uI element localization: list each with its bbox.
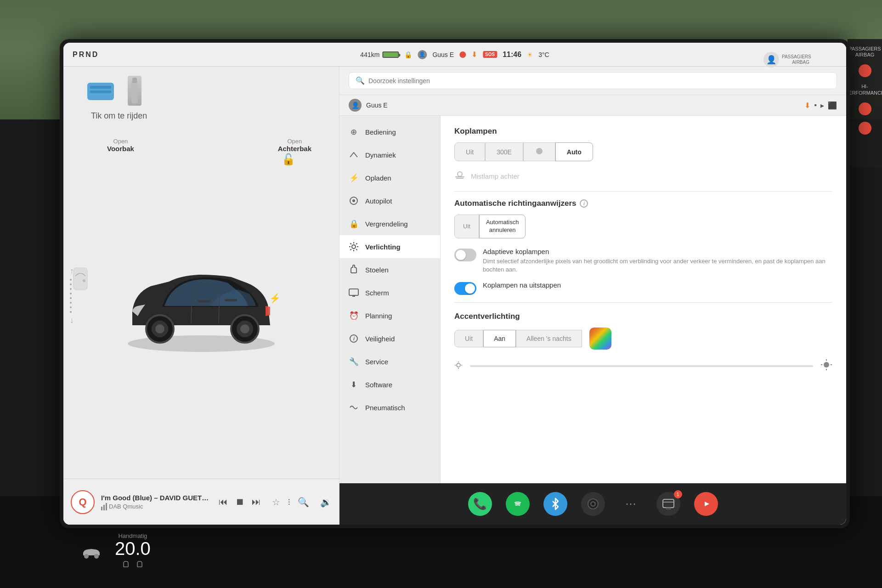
volume-icon[interactable]: 🔉	[320, 497, 332, 508]
bottom-info: Handmatig 20.0	[115, 532, 151, 570]
user-name-status: Guus E	[432, 51, 454, 58]
music-controls[interactable]: ⏮ ⏹ ⏭	[219, 497, 261, 507]
nav-item-pneumatisch[interactable]: Pneumatisch	[339, 396, 440, 419]
nav-item-scherm[interactable]: Scherm	[339, 281, 440, 304]
koplampen-uit[interactable]: Uit	[454, 142, 485, 161]
info-icon[interactable]: i	[580, 199, 588, 208]
koplampen-d[interactable]	[523, 142, 555, 161]
settings-main: Koplampen Uit 300E Auto	[441, 116, 846, 483]
opladen-label: Opladen	[365, 174, 391, 182]
accentverlichting-title: Accentverlichting	[454, 312, 832, 321]
svg-rect-5	[74, 268, 87, 290]
fog-icon	[454, 170, 465, 182]
red-button-2[interactable]	[859, 102, 871, 115]
nav-item-dynamiek[interactable]: Dynamiek	[339, 143, 440, 166]
accent-uit[interactable]: Uit	[454, 330, 483, 347]
more-icon[interactable]: ⋯	[619, 492, 643, 516]
koplampen-uitstappen-toggle[interactable]	[454, 282, 476, 295]
stoelen-label: Stoelen	[365, 266, 389, 274]
nav-item-veiligheid[interactable]: i Veiligheid	[339, 327, 440, 350]
nav-item-opladen[interactable]: ⚡ Opladen	[339, 166, 440, 189]
youtube-icon[interactable]	[694, 492, 718, 516]
red-button-3[interactable]	[859, 122, 871, 135]
svg-rect-17	[225, 299, 237, 301]
time-display: 11:46	[503, 51, 521, 59]
notification-badge: 1	[674, 490, 682, 498]
nav-item-software[interactable]: ⬇ Software	[339, 373, 440, 396]
signal-bar-3	[106, 503, 107, 510]
accent-aan[interactable]: Aan	[483, 330, 516, 347]
right-side-panel: PASSAGIERS AIRBAG HI-PERFORMANCE	[848, 39, 882, 168]
user-action-4[interactable]: ⬛	[828, 101, 837, 110]
koplampen-300e[interactable]: 300E	[485, 142, 523, 161]
pneumatisch-label: Pneumatisch	[365, 404, 405, 412]
phone-icon[interactable]: 📞	[468, 492, 492, 516]
nav-item-planning[interactable]: ⏰ Planning	[339, 304, 440, 327]
camera-icon[interactable]	[581, 492, 605, 516]
nav-item-autopilot[interactable]: Autopilot	[339, 189, 440, 212]
spray-icon[interactable]	[128, 76, 141, 106]
equalizer-icon[interactable]: ⫶	[287, 497, 291, 508]
settings-nav: ⊕ Bediening Dynamiek ⚡ Opladen	[339, 116, 441, 483]
nav-item-bediening[interactable]: ⊕ Bediening	[339, 120, 440, 143]
nav-item-verlichting[interactable]: Verlichting	[339, 235, 440, 258]
richtingaanwijzers-uit[interactable]: Uit	[454, 215, 479, 238]
color-swatch[interactable]	[589, 328, 611, 350]
accentverlichting-section: Accentverlichting Uit Aan Alleen 's nach…	[454, 312, 832, 350]
download-user-icon[interactable]: ⬇	[804, 101, 810, 110]
accent-nachts[interactable]: Alleen 's nachts	[516, 330, 582, 347]
bluetooth-icon[interactable]	[543, 492, 567, 516]
divider-2	[454, 302, 832, 303]
nav-item-stoelen[interactable]: Stoelen	[339, 258, 440, 281]
scroll-down[interactable]: ↓	[70, 316, 74, 325]
prev-button[interactable]: ⏮	[219, 497, 228, 507]
service-label: Service	[365, 358, 388, 366]
search-input[interactable]	[368, 77, 830, 85]
settings-content: ⊕ Bediening Dynamiek ⚡ Opladen	[339, 116, 846, 483]
next-button[interactable]: ⏭	[252, 497, 261, 507]
brightness-high-icon	[820, 359, 832, 373]
left-panel: ↑ ↓	[63, 67, 339, 525]
divider-1	[454, 191, 832, 192]
tik-om-te-rijden[interactable]: Tik om te rijden	[91, 111, 325, 121]
koplampen-auto[interactable]: Auto	[555, 142, 593, 161]
veiligheid-icon: i	[349, 334, 359, 344]
svg-text:i: i	[353, 336, 355, 341]
car-door-icon[interactable]	[72, 267, 89, 293]
user-action-3[interactable]: ▸	[820, 101, 824, 110]
favorite-icon[interactable]: ☆	[272, 497, 280, 508]
lock-status: 🔒	[404, 51, 412, 58]
seat-heat-icon-left	[121, 560, 131, 570]
planning-label: Planning	[365, 312, 392, 320]
brightness-low-icon	[454, 361, 463, 371]
car-bottom-icon[interactable]	[80, 546, 102, 563]
svg-point-10	[155, 324, 164, 334]
red-button-1[interactable]	[859, 64, 871, 77]
notification-icon[interactable]: 1	[656, 492, 680, 516]
richtingaanwijzers-title: Automatische richtingaanwijzers	[454, 199, 576, 208]
adaptieve-koplampen-row: Adaptieve koplampen Dimt selectief afzon…	[454, 248, 832, 274]
koplampen-button-group: Uit 300E Auto	[454, 142, 832, 161]
wiper-icon[interactable]	[86, 80, 119, 106]
scroll-up[interactable]: ↑	[70, 266, 74, 276]
nav-item-vergrendeling[interactable]: 🔒 Vergrendeling	[339, 212, 440, 235]
koplampen-uitstappen-title: Koplampen na uitstappen	[483, 281, 561, 289]
search-music-icon[interactable]: 🔍	[298, 497, 309, 508]
qmusic-logo: Q	[71, 490, 95, 514]
richtingaanwijzers-button-group: Uit Automatischannuleren	[454, 215, 832, 238]
music-info: I'm Good (Blue) – DAVID GUETTA & BEBE RE…	[101, 494, 212, 510]
adaptieve-koplampen-toggle[interactable]	[454, 249, 476, 261]
stop-button[interactable]: ⏹	[235, 497, 244, 507]
spotify-icon[interactable]	[506, 492, 530, 516]
svg-point-21	[352, 245, 356, 249]
battery-bar	[382, 51, 399, 58]
user-action-2[interactable]: ▪	[814, 101, 817, 109]
svg-point-37	[458, 172, 462, 176]
richtingaanwijzers-auto[interactable]: Automatischannuleren	[479, 215, 526, 238]
search-input-area[interactable]: 🔍	[349, 72, 837, 89]
brightness-slider[interactable]	[470, 365, 813, 367]
car-svg: ⚡	[109, 252, 293, 353]
nav-item-service[interactable]: 🔧 Service	[339, 350, 440, 373]
svg-rect-16	[198, 300, 210, 302]
svg-rect-54	[663, 499, 674, 508]
